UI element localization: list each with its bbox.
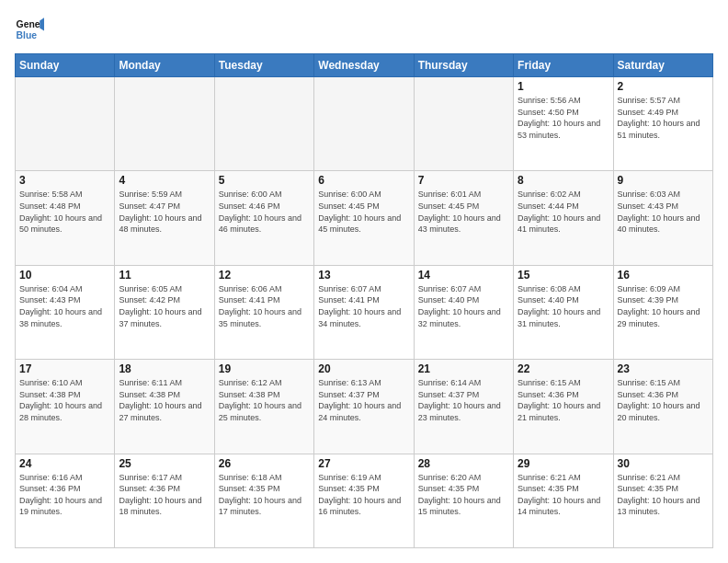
week-row-4: 17Sunrise: 6:10 AM Sunset: 4:38 PM Dayli…	[16, 360, 713, 454]
calendar-cell: 23Sunrise: 6:15 AM Sunset: 4:36 PM Dayli…	[613, 360, 712, 454]
day-info: Sunrise: 6:12 AM Sunset: 4:38 PM Dayligh…	[219, 377, 310, 423]
day-info: Sunrise: 6:00 AM Sunset: 4:46 PM Dayligh…	[219, 189, 310, 235]
day-number: 18	[119, 362, 210, 375]
calendar-cell: 15Sunrise: 6:08 AM Sunset: 4:40 PM Dayli…	[514, 265, 613, 359]
day-info: Sunrise: 6:01 AM Sunset: 4:45 PM Dayligh…	[418, 189, 509, 235]
day-number: 11	[119, 269, 210, 282]
calendar-cell: 12Sunrise: 6:06 AM Sunset: 4:41 PM Dayli…	[214, 265, 313, 359]
calendar-cell: 17Sunrise: 6:10 AM Sunset: 4:38 PM Dayli…	[16, 360, 115, 454]
day-info: Sunrise: 6:08 AM Sunset: 4:40 PM Dayligh…	[518, 283, 609, 329]
calendar-cell: 26Sunrise: 6:18 AM Sunset: 4:35 PM Dayli…	[214, 454, 313, 547]
calendar-cell: 11Sunrise: 6:05 AM Sunset: 4:42 PM Dayli…	[115, 265, 214, 359]
day-number: 1	[518, 80, 609, 93]
day-info: Sunrise: 6:21 AM Sunset: 4:35 PM Dayligh…	[518, 472, 609, 518]
day-info: Sunrise: 6:06 AM Sunset: 4:41 PM Dayligh…	[219, 283, 310, 329]
day-header-tuesday: Tuesday	[214, 54, 313, 77]
week-row-2: 3Sunrise: 5:58 AM Sunset: 4:48 PM Daylig…	[16, 171, 713, 265]
day-info: Sunrise: 6:04 AM Sunset: 4:43 PM Dayligh…	[19, 283, 110, 329]
day-info: Sunrise: 6:19 AM Sunset: 4:35 PM Dayligh…	[318, 472, 409, 518]
day-info: Sunrise: 6:09 AM Sunset: 4:39 PM Dayligh…	[618, 283, 709, 329]
day-number: 30	[618, 457, 709, 470]
day-number: 23	[618, 362, 709, 375]
day-number: 15	[518, 269, 609, 282]
calendar-cell: 16Sunrise: 6:09 AM Sunset: 4:39 PM Dayli…	[613, 265, 712, 359]
day-info: Sunrise: 6:15 AM Sunset: 4:36 PM Dayligh…	[518, 377, 609, 423]
calendar-cell: 8Sunrise: 6:02 AM Sunset: 4:44 PM Daylig…	[514, 171, 613, 265]
header-row: SundayMondayTuesdayWednesdayThursdayFrid…	[16, 54, 713, 77]
day-number: 7	[418, 174, 509, 187]
header: General Blue	[15, 15, 713, 44]
day-info: Sunrise: 6:10 AM Sunset: 4:38 PM Dayligh…	[19, 377, 110, 423]
day-number: 9	[618, 174, 709, 187]
day-info: Sunrise: 6:11 AM Sunset: 4:38 PM Dayligh…	[119, 377, 210, 423]
day-number: 29	[518, 457, 609, 470]
day-info: Sunrise: 5:58 AM Sunset: 4:48 PM Dayligh…	[19, 189, 110, 235]
day-info: Sunrise: 6:07 AM Sunset: 4:40 PM Dayligh…	[418, 283, 509, 329]
day-number: 24	[19, 457, 110, 470]
day-number: 6	[318, 174, 409, 187]
calendar-cell: 25Sunrise: 6:17 AM Sunset: 4:36 PM Dayli…	[115, 454, 214, 547]
calendar-cell: 20Sunrise: 6:13 AM Sunset: 4:37 PM Dayli…	[314, 360, 414, 454]
day-info: Sunrise: 5:56 AM Sunset: 4:50 PM Dayligh…	[518, 95, 609, 141]
day-number: 8	[518, 174, 609, 187]
week-row-3: 10Sunrise: 6:04 AM Sunset: 4:43 PM Dayli…	[16, 265, 713, 359]
day-number: 28	[418, 457, 509, 470]
day-info: Sunrise: 6:16 AM Sunset: 4:36 PM Dayligh…	[19, 472, 110, 518]
calendar-cell	[314, 77, 414, 171]
day-info: Sunrise: 6:15 AM Sunset: 4:36 PM Dayligh…	[618, 377, 709, 423]
calendar-cell: 4Sunrise: 5:59 AM Sunset: 4:47 PM Daylig…	[115, 171, 214, 265]
calendar-cell: 22Sunrise: 6:15 AM Sunset: 4:36 PM Dayli…	[514, 360, 613, 454]
svg-text:Blue: Blue	[17, 30, 38, 40]
day-info: Sunrise: 5:59 AM Sunset: 4:47 PM Dayligh…	[119, 189, 210, 235]
day-number: 5	[219, 174, 310, 187]
day-info: Sunrise: 6:13 AM Sunset: 4:37 PM Dayligh…	[318, 377, 409, 423]
calendar-cell: 5Sunrise: 6:00 AM Sunset: 4:46 PM Daylig…	[214, 171, 313, 265]
week-row-5: 24Sunrise: 6:16 AM Sunset: 4:36 PM Dayli…	[16, 454, 713, 547]
day-header-friday: Friday	[514, 54, 613, 77]
calendar-cell: 19Sunrise: 6:12 AM Sunset: 4:38 PM Dayli…	[214, 360, 313, 454]
calendar: SundayMondayTuesdayWednesdayThursdayFrid…	[15, 53, 713, 548]
day-number: 13	[318, 269, 409, 282]
page: General Blue SundayMondayTuesdayWednesda…	[0, 0, 728, 563]
day-header-wednesday: Wednesday	[314, 54, 414, 77]
day-number: 10	[19, 269, 110, 282]
day-number: 14	[418, 269, 509, 282]
calendar-cell: 6Sunrise: 6:00 AM Sunset: 4:45 PM Daylig…	[314, 171, 414, 265]
calendar-cell	[214, 77, 313, 171]
calendar-cell: 24Sunrise: 6:16 AM Sunset: 4:36 PM Dayli…	[16, 454, 115, 547]
day-header-saturday: Saturday	[613, 54, 712, 77]
day-info: Sunrise: 6:20 AM Sunset: 4:35 PM Dayligh…	[418, 472, 509, 518]
day-number: 3	[19, 174, 110, 187]
calendar-cell: 13Sunrise: 6:07 AM Sunset: 4:41 PM Dayli…	[314, 265, 414, 359]
day-number: 16	[618, 269, 709, 282]
calendar-cell: 10Sunrise: 6:04 AM Sunset: 4:43 PM Dayli…	[16, 265, 115, 359]
calendar-cell: 21Sunrise: 6:14 AM Sunset: 4:37 PM Dayli…	[414, 360, 513, 454]
day-header-monday: Monday	[115, 54, 214, 77]
day-header-thursday: Thursday	[414, 54, 513, 77]
day-info: Sunrise: 6:02 AM Sunset: 4:44 PM Dayligh…	[518, 189, 609, 235]
day-number: 2	[618, 80, 709, 93]
day-info: Sunrise: 6:07 AM Sunset: 4:41 PM Dayligh…	[318, 283, 409, 329]
calendar-cell: 30Sunrise: 6:21 AM Sunset: 4:35 PM Dayli…	[613, 454, 712, 547]
calendar-cell	[115, 77, 214, 171]
day-number: 25	[119, 457, 210, 470]
calendar-cell: 29Sunrise: 6:21 AM Sunset: 4:35 PM Dayli…	[514, 454, 613, 547]
day-number: 22	[518, 362, 609, 375]
day-info: Sunrise: 6:17 AM Sunset: 4:36 PM Dayligh…	[119, 472, 210, 518]
calendar-cell: 18Sunrise: 6:11 AM Sunset: 4:38 PM Dayli…	[115, 360, 214, 454]
calendar-cell: 9Sunrise: 6:03 AM Sunset: 4:43 PM Daylig…	[613, 171, 712, 265]
day-number: 20	[318, 362, 409, 375]
day-number: 21	[418, 362, 509, 375]
day-number: 26	[219, 457, 310, 470]
day-info: Sunrise: 5:57 AM Sunset: 4:49 PM Dayligh…	[618, 95, 709, 141]
calendar-cell: 28Sunrise: 6:20 AM Sunset: 4:35 PM Dayli…	[414, 454, 513, 547]
logo-icon: General Blue	[15, 15, 44, 44]
week-row-1: 1Sunrise: 5:56 AM Sunset: 4:50 PM Daylig…	[16, 77, 713, 171]
calendar-cell	[16, 77, 115, 171]
calendar-cell: 27Sunrise: 6:19 AM Sunset: 4:35 PM Dayli…	[314, 454, 414, 547]
calendar-cell: 7Sunrise: 6:01 AM Sunset: 4:45 PM Daylig…	[414, 171, 513, 265]
day-info: Sunrise: 6:18 AM Sunset: 4:35 PM Dayligh…	[219, 472, 310, 518]
logo: General Blue	[15, 15, 44, 44]
day-number: 27	[318, 457, 409, 470]
day-number: 4	[119, 174, 210, 187]
